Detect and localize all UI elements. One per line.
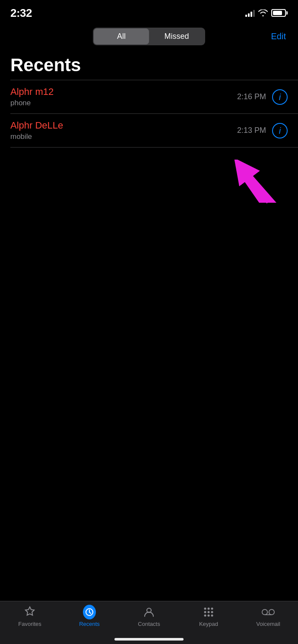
voicemail-icon xyxy=(262,606,275,619)
tab-keypad-label: Keypad xyxy=(199,621,218,627)
svg-point-13 xyxy=(211,615,213,617)
home-indicator xyxy=(114,638,184,641)
star-icon xyxy=(23,606,36,619)
svg-point-6 xyxy=(208,608,210,610)
segment-control: All Missed xyxy=(93,28,205,45)
filter-bar: All Missed Edit xyxy=(0,23,298,51)
svg-point-7 xyxy=(211,608,213,610)
tab-voicemail[interactable]: Voicemail xyxy=(238,606,298,627)
svg-point-12 xyxy=(208,615,210,617)
call-name: Alphr m12 xyxy=(10,86,54,97)
call-name: Alphr DeLLe xyxy=(10,120,63,131)
tab-favorites-label: Favorites xyxy=(18,621,41,627)
tab-voicemail-label: Voicemail xyxy=(256,621,280,627)
tab-recents-label: Recents xyxy=(79,621,100,627)
svg-point-9 xyxy=(208,611,210,613)
wifi-icon xyxy=(258,9,268,16)
tab-contacts[interactable]: Contacts xyxy=(119,606,179,627)
info-icon: i xyxy=(279,93,281,101)
svg-point-8 xyxy=(204,611,206,613)
call-time: 2:13 PM xyxy=(237,126,266,135)
person-icon xyxy=(143,606,155,619)
clock-icon xyxy=(83,606,96,619)
svg-point-10 xyxy=(211,611,213,613)
call-item-actions: 2:13 PM i xyxy=(237,123,288,138)
svg-line-1 xyxy=(242,168,268,203)
svg-point-5 xyxy=(204,608,206,610)
signal-icon xyxy=(245,9,255,17)
info-button[interactable]: i xyxy=(272,89,288,105)
call-type: mobile xyxy=(10,132,63,141)
edit-button[interactable]: Edit xyxy=(271,31,286,41)
call-time: 2:16 PM xyxy=(237,92,266,101)
info-button[interactable]: i xyxy=(272,123,288,138)
call-item[interactable]: Alphr DeLLe mobile 2:13 PM i xyxy=(0,114,298,147)
arrow-annotation xyxy=(233,160,285,209)
page-title: Recents xyxy=(0,51,298,80)
status-bar: 2:32 xyxy=(0,0,298,23)
svg-point-15 xyxy=(269,609,274,615)
tab-favorites[interactable]: Favorites xyxy=(0,606,60,627)
call-item-info: Alphr m12 phone xyxy=(10,86,54,107)
tab-contacts-label: Contacts xyxy=(138,621,160,627)
battery-icon xyxy=(271,9,288,17)
list-divider xyxy=(10,147,298,148)
tab-missed[interactable]: Missed xyxy=(149,28,204,44)
tab-bar: Favorites Recents Contacts xyxy=(0,601,298,644)
keypad-icon xyxy=(202,606,215,619)
tab-recents[interactable]: Recents xyxy=(60,606,119,627)
call-item[interactable]: Alphr m12 phone 2:16 PM i xyxy=(0,80,298,113)
status-icons xyxy=(245,9,288,17)
call-item-actions: 2:16 PM i xyxy=(237,89,288,105)
svg-point-14 xyxy=(262,609,267,615)
info-icon: i xyxy=(279,126,281,135)
svg-point-11 xyxy=(204,615,206,617)
svg-marker-2 xyxy=(240,168,276,203)
call-item-info: Alphr DeLLe mobile xyxy=(10,120,63,141)
tab-all[interactable]: All xyxy=(94,28,149,44)
status-time: 2:32 xyxy=(10,6,32,20)
call-type: phone xyxy=(10,99,54,107)
tab-keypad[interactable]: Keypad xyxy=(179,606,238,627)
